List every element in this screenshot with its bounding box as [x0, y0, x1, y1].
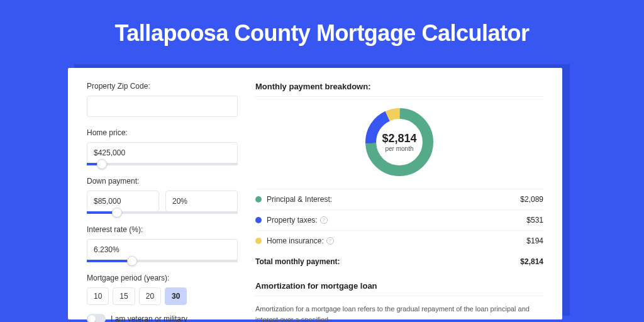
total-row: Total monthly payment: $2,814	[255, 251, 543, 272]
homeprice-label: Home price:	[87, 128, 238, 137]
field-zip: Property Zip Code:	[87, 82, 238, 117]
donut-chart: $2,814 per month	[362, 104, 437, 180]
amort-title: Amortization for mortgage loan	[255, 281, 543, 291]
homeprice-slider[interactable]	[87, 163, 238, 165]
total-label: Total monthly payment:	[255, 257, 520, 266]
donut-sub: per month	[385, 145, 413, 152]
dot-principal	[255, 196, 262, 203]
legend-insurance: Home insurance: ? $194	[255, 230, 543, 251]
period-btn-10[interactable]: 10	[87, 287, 109, 305]
veteran-label: I am veteran or military	[111, 314, 187, 322]
rate-label: Interest rate (%):	[87, 225, 238, 234]
zip-input[interactable]	[87, 96, 238, 117]
legend-insurance-value: $194	[526, 236, 543, 245]
dot-taxes	[255, 217, 262, 223]
period-label: Mortgage period (years):	[87, 274, 238, 282]
divider	[255, 96, 543, 97]
toggle-knob	[88, 315, 96, 322]
rate-slider-thumb[interactable]	[127, 256, 137, 266]
info-icon[interactable]: ?	[326, 237, 334, 245]
field-downpayment: Down payment:	[87, 177, 238, 214]
homeprice-input[interactable]	[87, 142, 238, 164]
veteran-row: I am veteran or military	[87, 314, 238, 322]
donut-amount: $2,814	[382, 132, 416, 145]
homeprice-slider-thumb[interactable]	[97, 159, 107, 169]
period-btn-15[interactable]: 15	[113, 287, 135, 305]
legend-taxes: Property taxes: ? $531	[255, 209, 543, 230]
veteran-toggle[interactable]	[87, 314, 106, 322]
breakdown-title: Monthly payment breakdown:	[255, 82, 543, 91]
legend-taxes-value: $531	[526, 216, 543, 225]
legend-principal: Principal & Interest: $2,089	[255, 189, 543, 209]
rate-slider[interactable]	[87, 260, 238, 262]
field-homeprice: Home price:	[87, 128, 238, 165]
banner-shadow: Property Zip Code: Home price: Down paym…	[74, 64, 570, 316]
inputs-column: Property Zip Code: Home price: Down paym…	[87, 82, 238, 319]
calculator-panel: Property Zip Code: Home price: Down paym…	[68, 68, 562, 319]
divider	[255, 296, 543, 296]
period-button-group: 10 15 20 30	[87, 287, 238, 305]
downpayment-label: Down payment:	[87, 177, 238, 186]
field-rate: Interest rate (%):	[87, 225, 238, 262]
rate-input[interactable]	[87, 239, 238, 260]
legend-taxes-label: Property taxes:	[267, 216, 318, 225]
legend-principal-value: $2,089	[520, 195, 543, 204]
amort-text: Amortization for a mortgage loan refers …	[255, 304, 543, 322]
dot-insurance	[255, 238, 262, 244]
downpayment-slider[interactable]	[87, 211, 238, 214]
field-period: Mortgage period (years): 10 15 20 30	[87, 274, 238, 305]
period-btn-20[interactable]: 20	[139, 287, 161, 305]
zip-label: Property Zip Code:	[87, 82, 238, 91]
total-value: $2,814	[520, 257, 543, 266]
amortization-section: Amortization for mortgage loan Amortizat…	[255, 281, 543, 322]
period-btn-30[interactable]: 30	[165, 287, 187, 305]
downpayment-input[interactable]	[87, 191, 159, 212]
page-title: Tallapoosa County Mortgage Calculator	[0, 0, 644, 64]
donut-center: $2,814 per month	[362, 104, 437, 180]
legend-principal-label: Principal & Interest:	[267, 195, 332, 204]
donut-chart-wrap: $2,814 per month	[255, 104, 543, 180]
info-icon[interactable]: ?	[320, 216, 328, 224]
legend-insurance-label: Home insurance:	[267, 236, 324, 245]
breakdown-column: Monthly payment breakdown: $2,814 per mo…	[255, 82, 543, 319]
downpayment-pct-input[interactable]	[165, 191, 238, 212]
downpayment-slider-thumb[interactable]	[112, 208, 122, 218]
